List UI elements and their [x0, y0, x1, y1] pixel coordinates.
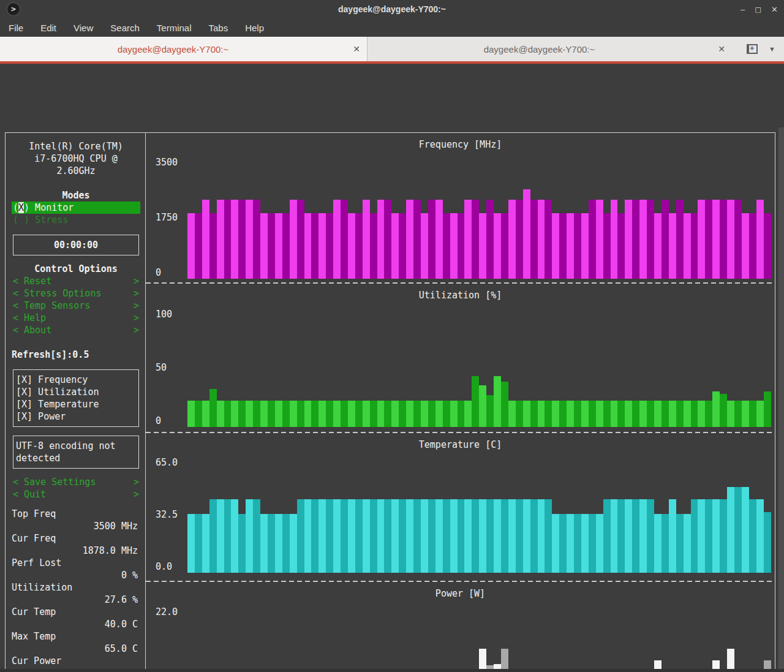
bar	[734, 487, 742, 573]
bar	[632, 401, 639, 427]
bracket-left: <	[13, 324, 18, 336]
option-label: About	[24, 324, 134, 336]
menu-item-edit[interactable]: Edit	[40, 23, 56, 33]
terminal-scrollbar[interactable]	[778, 127, 784, 672]
bar	[749, 213, 756, 279]
bar	[238, 514, 246, 573]
y-tick: 65.0	[156, 456, 178, 469]
tab-close-icon[interactable]: ✕	[711, 44, 732, 54]
menu-item-terminal[interactable]: Terminal	[157, 23, 192, 33]
bar	[413, 499, 421, 573]
y-axis-labels: 22.00.0	[156, 606, 186, 672]
bar	[391, 401, 399, 427]
bar	[552, 401, 559, 427]
bar	[712, 200, 720, 279]
maximize-icon[interactable]: ◻	[755, 5, 761, 14]
menu-item-view[interactable]: View	[74, 23, 93, 33]
chart-title: Utilization [%]	[146, 284, 775, 301]
plot-area	[187, 456, 771, 573]
bar	[567, 213, 574, 279]
bar	[355, 401, 363, 427]
graph-toggle[interactable]: [X] Frequency	[16, 374, 136, 386]
terminal-app-icon: >	[6, 2, 21, 17]
bar	[377, 499, 385, 573]
bar	[669, 401, 676, 427]
bar	[224, 200, 232, 279]
bar	[486, 499, 494, 573]
bar	[202, 514, 209, 573]
cpu-name: 2.60GHz	[12, 165, 140, 177]
bar	[756, 200, 764, 279]
tab-menu-chevron-down-icon[interactable]: ▼	[769, 45, 775, 53]
bar	[632, 499, 639, 573]
modes-title: Modes	[12, 189, 140, 202]
bar	[756, 401, 764, 427]
menu-item-help[interactable]: Help	[245, 23, 264, 33]
chart-utilization: Utilization [%] 100500	[146, 284, 775, 433]
bar	[253, 401, 260, 427]
bar	[479, 213, 486, 279]
option-temp-sensors[interactable]: <Temp Sensors>	[12, 300, 140, 312]
bracket-right: >	[134, 476, 139, 488]
control-options-list: <Reset><Stress Options><Temp Sensors><He…	[12, 275, 140, 336]
bar	[581, 401, 589, 427]
bar	[479, 385, 486, 427]
tab-close-icon[interactable]: ✕	[346, 44, 367, 54]
bar	[428, 200, 435, 279]
option-reset[interactable]: <Reset>	[12, 275, 140, 287]
bar	[326, 499, 333, 573]
stat-label: Utilization	[12, 581, 140, 594]
y-axis-labels: 350017500	[156, 156, 186, 279]
new-tab-icon[interactable]	[747, 44, 758, 54]
bar	[691, 499, 698, 573]
menu-item-file[interactable]: File	[9, 23, 23, 33]
bar	[617, 213, 625, 279]
stat-label: Cur Freq	[12, 532, 140, 545]
bar	[530, 499, 538, 573]
bracket-left: <	[13, 488, 18, 500]
bar	[684, 514, 691, 573]
bar	[538, 200, 545, 279]
option-label: Stress Options	[24, 287, 134, 300]
bar	[268, 514, 275, 573]
bar	[209, 213, 217, 279]
tab-active[interactable]: daygeek@daygeek-Y700:~ ✕	[0, 37, 368, 61]
action-save-settings[interactable]: <Save Settings>	[12, 476, 140, 488]
bar	[435, 200, 443, 279]
option-label: Quit	[24, 488, 134, 500]
bar	[472, 200, 479, 279]
bar	[231, 499, 238, 573]
terminal-viewport[interactable]: Intel(R) Core(TM) i7-6700HQ CPU @ 2.60GH…	[0, 64, 784, 672]
window-title: daygeek@daygeek-Y700:~	[0, 4, 784, 14]
close-icon[interactable]: ✕	[771, 5, 778, 14]
minimize-icon[interactable]: –	[741, 5, 745, 14]
option-stress-options[interactable]: <Stress Options>	[12, 287, 140, 300]
radio-monitor[interactable]: (X) Monitor	[12, 202, 140, 214]
y-tick: 22.0	[156, 606, 178, 618]
bar	[290, 200, 297, 279]
stress-timer: 00:00:00	[13, 235, 139, 255]
bar	[603, 213, 611, 279]
bar	[523, 499, 530, 573]
graph-toggle[interactable]: [X] Utilization	[16, 386, 136, 398]
bar	[377, 401, 385, 427]
bar	[574, 401, 581, 427]
bar	[764, 391, 771, 427]
menu-item-search[interactable]: Search	[110, 23, 140, 33]
tab-inactive[interactable]: daygeek@daygeek-Y700:~ ✕	[368, 37, 732, 61]
radio-stress[interactable]: ( ) Stress	[12, 214, 140, 226]
chart-title: Temperature [C]	[146, 433, 775, 451]
bar	[654, 514, 662, 573]
bar	[581, 514, 589, 573]
option-help[interactable]: <Help>	[12, 312, 140, 324]
bar	[639, 200, 647, 279]
bar	[734, 401, 742, 427]
graph-toggle[interactable]: [X] Temperature	[16, 398, 136, 410]
bar	[246, 499, 253, 573]
bar	[231, 200, 238, 279]
option-about[interactable]: <About>	[12, 324, 140, 336]
bar	[348, 499, 355, 573]
menu-item-tabs[interactable]: Tabs	[209, 23, 228, 33]
graph-toggle[interactable]: [X] Power	[16, 410, 136, 423]
action-quit[interactable]: <Quit>	[12, 488, 140, 500]
